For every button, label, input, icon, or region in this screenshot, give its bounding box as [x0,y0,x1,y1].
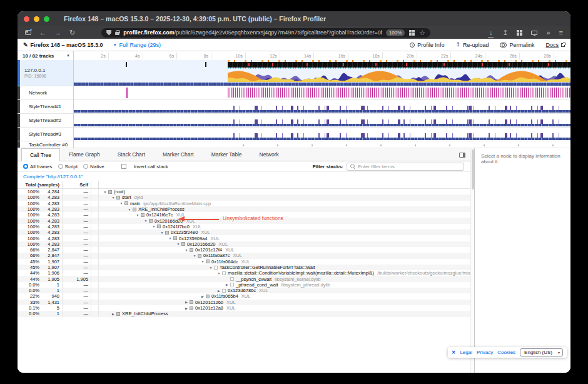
close-window-button[interactable] [24,16,29,22]
tab-network[interactable]: Network [251,148,288,161]
call-tree-row[interactable]: 100%4,283—▼startdyld [18,195,470,200]
call-tree-row[interactable]: 66%2,847—▼0x1201c12f4XUL [18,247,470,253]
minimize-window-button[interactable] [34,16,39,22]
expand-icon[interactable]: ▶ [111,312,116,316]
invert-call-stack-checkbox[interactable] [121,164,126,169]
track-label-process[interactable]: 127.0.0.1PID: 15898 [18,60,73,86]
url-bar[interactable]: profiler.firefox.com/public/6zwged4je2v0… [101,28,430,38]
shield-icon[interactable] [106,30,111,36]
footer-link-legal[interactable]: Legal [460,350,472,355]
track-label-task[interactable]: TaskController #0 [18,141,73,148]
tab-call-tree[interactable]: Call Tree [21,148,60,161]
language-select[interactable]: English (US) ▾ [520,348,563,356]
call-tree-row[interactable]: 0.0%1—▶XRE_InitChildProcess [18,311,470,316]
tab-flame-graph[interactable]: Flame Graph [60,148,109,161]
call-tree-row[interactable]: 100%4,284—▼(root) [18,189,470,195]
collapse-icon[interactable]: ▼ [168,236,173,240]
footer-link-privacy[interactable]: Privacy [477,350,493,355]
call-tree-row[interactable]: 100%4,283—▼0x1235f24e0XUL [18,230,470,235]
track-label-network[interactable]: Network [18,86,73,100]
expand-icon[interactable]: ▶ [184,300,189,304]
tracks-summary-dropdown[interactable]: 10 / 82 tracks ▼ [18,51,73,60]
zoom-level-badge[interactable]: 100% [386,29,405,36]
collapse-icon[interactable]: ▼ [151,225,156,228]
close-icon[interactable]: ✕ [452,350,456,355]
tab-marker-table[interactable]: Marker Table [203,148,251,161]
track-label-style[interactable]: StyleThread#1 [18,100,73,114]
overflow-chevron-icon[interactable]: » [546,29,550,36]
call-tree-row[interactable]: 45%1,907—▼0x11fa064dcXUL [18,259,470,265]
radio-native[interactable]: Native [83,164,104,169]
profile-info-button[interactable]: i Profile Info [410,42,444,48]
sidebar-toggle-button[interactable] [459,149,465,160]
collapse-icon[interactable]: ▼ [119,201,124,205]
self-column-header[interactable]: Self [63,181,91,189]
track-graph-style[interactable] [74,128,570,141]
range-selector-button[interactable]: ▼ Full Range (29s) [113,42,161,48]
reload-icon[interactable]: ↻ [69,29,75,36]
collapse-icon[interactable]: ▼ [143,219,148,223]
call-tree-scrollbar[interactable] [470,148,474,373]
call-tree-row[interactable]: 100%4,283—▼0x1241f7bc0XUL [18,224,470,230]
permalink-button[interactable]: Permalink [500,42,534,48]
profile-name-button[interactable]: ✎ Firefox 148 – macOS 15.3.0 [23,42,103,48]
call-tree-row[interactable]: 0.1%5—▶0x1201c12a8XUL [18,305,470,311]
downloads-icon[interactable]: ↓ [488,29,494,36]
filter-stacks-input[interactable]: Enter filter terms [347,163,464,171]
forward-icon[interactable]: → [54,29,61,36]
collapse-icon[interactable]: ▼ [127,208,132,211]
call-tree-row[interactable]: 0.0%1—▶0x123d6786cXUL [18,288,470,293]
collapse-icon[interactable]: ▼ [111,196,116,200]
expand-icon[interactable]: ▶ [216,289,221,293]
call-tree-row[interactable]: 100%4,283—▼mainipc/app/MozillaRuntimeMai… [18,201,470,206]
call-tree-row[interactable]: 44%1,9051,905__psynch_cvwaitlibsystem_ke… [18,276,470,281]
menu-hamburger-icon[interactable]: ≡ [559,29,563,36]
collapse-icon[interactable]: ▼ [184,248,189,252]
collapse-icon[interactable]: ▼ [103,190,108,194]
track-label-style[interactable]: StyleThread#3 [18,128,73,141]
tab-stack-chart[interactable]: Stack Chart [109,148,154,161]
radio-all-frames[interactable]: All frames [23,164,53,169]
send-tab-icon[interactable]: ↥ [502,29,508,36]
back-icon[interactable]: ← [39,29,46,36]
collapse-icon[interactable]: ▼ [200,260,205,263]
collapse-icon[interactable]: ▼ [216,271,221,275]
firefox-view-icon[interactable] [25,30,31,35]
track-graph-network[interactable] [74,86,570,100]
radio-script[interactable]: Script [58,164,78,169]
track-graph-task[interactable] [74,141,570,148]
call-tree-row[interactable]: 45%1,907—▼TaskController::GetRunnableFor… [18,265,470,270]
docs-link[interactable]: Docs [545,42,565,48]
expand-icon[interactable]: ▶ [184,306,189,310]
bookmark-star-icon[interactable]: ☆ [419,29,425,36]
track-graph-style[interactable] [74,100,570,114]
track-graph-style[interactable] [74,114,570,128]
collapse-icon[interactable]: ▼ [192,254,197,258]
lock-icon[interactable] [115,32,119,35]
call-tree-row[interactable]: 0.0%1—▶_pthread_cond_waitlibsystem_pthre… [18,282,470,288]
call-tree-row[interactable]: 100%4,283—▼0x1235909a4XUL [18,235,470,241]
scrollbar-thumb[interactable] [472,149,474,189]
footer-link-cookies[interactable]: Cookies [497,350,515,355]
track-label-style[interactable]: StyleThread#2 [18,114,73,128]
call-tree-row[interactable]: 33%1,431—▶0x1201c1260XUL [18,300,470,305]
screen-share-icon[interactable] [531,31,537,35]
extensions-icon[interactable] [517,30,522,36]
call-tree-row[interactable]: 44%1,906—▼mozilla::detail::ConditionVari… [18,270,470,276]
call-tree-row[interactable]: 100%4,283—▼0x120166d20XUL [18,241,470,247]
track-graph-process[interactable] [74,60,570,86]
expand-icon[interactable]: ▶ [200,295,205,298]
collapse-icon[interactable]: ▼ [135,213,140,217]
total-column-header[interactable]: Total (samples) [18,181,63,189]
call-tree-row[interactable]: 100%4,283—▼XRE_InitChildProcess [18,206,470,212]
collapse-icon[interactable]: ▼ [208,266,213,270]
collapse-icon[interactable]: ▼ [160,231,165,235]
maximize-window-button[interactable] [44,16,49,22]
call-tree-row[interactable]: 66%2,847—▼0x11fa0a87cXUL [18,253,470,258]
tab-marker-chart[interactable]: Marker Chart [154,148,203,161]
expand-icon[interactable]: ▶ [225,283,230,286]
re-upload-button[interactable]: ↥ Re-upload [455,42,489,48]
breadcrumb[interactable]: Complete "http://127.0.0.1" [18,172,470,181]
call-tree-row[interactable]: 22%940—▶0x11fa065b4XUL [18,293,470,299]
collapse-icon[interactable]: ▼ [176,242,181,246]
